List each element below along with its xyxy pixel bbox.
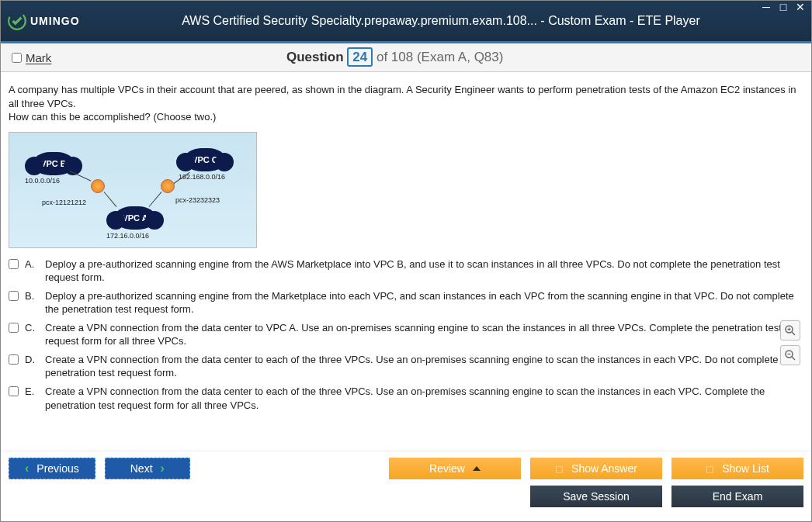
zoom-in-icon xyxy=(784,324,796,337)
options-list: A. Deploy a pre-authorized scanning engi… xyxy=(9,258,803,412)
show-list-button[interactable]: ◻ Show List xyxy=(671,458,803,479)
option-d[interactable]: D. Create a VPN connection from the data… xyxy=(9,353,803,380)
option-c-checkbox[interactable] xyxy=(9,323,19,333)
zoom-out-icon xyxy=(784,349,796,361)
option-text: Create a VPN connection from the data ce… xyxy=(45,385,803,412)
option-c[interactable]: C. Create a VPN connection from the data… xyxy=(9,321,803,348)
save-session-button[interactable]: Save Session xyxy=(530,486,662,507)
pcx1-label: pcx-12121212 xyxy=(42,199,86,206)
window-title: AWS Certified Security Specialty.prepawa… xyxy=(147,14,805,28)
show-list-label: Show List xyxy=(722,462,769,475)
option-e[interactable]: E. Create a VPN connection from the data… xyxy=(9,385,803,412)
show-answer-button[interactable]: ◻ Show Answer xyxy=(530,458,662,479)
review-label: Review xyxy=(429,462,465,475)
chevron-right-icon: › xyxy=(161,462,165,475)
maximize-button[interactable]: □ xyxy=(777,2,789,13)
content-area: A company has multiple VPCs in their acc… xyxy=(1,72,811,451)
question-of: of 108 (Exam A, Q83) xyxy=(377,50,503,64)
vpc-diagram: VPC B 10.0.0.0/16 VPC C 192.168.0.0/16 V… xyxy=(9,132,257,248)
router-icon xyxy=(161,179,175,193)
mark-checkbox[interactable]: Mark xyxy=(12,51,51,64)
question-label: Question xyxy=(286,50,344,64)
previous-label: Previous xyxy=(36,462,78,475)
mark-checkbox-input[interactable] xyxy=(12,53,22,63)
chevron-left-icon: ‹ xyxy=(25,462,29,475)
option-text: Create a VPN connection from the data ce… xyxy=(45,353,803,380)
logo-check-icon xyxy=(7,11,27,31)
vpc-a-cidr: 172.16.0.0/16 xyxy=(106,232,149,240)
question-text: A company has multiple VPCs in their acc… xyxy=(9,83,803,124)
question-bar: Mark Question 24 of 108 (Exam A, Q83) xyxy=(1,43,811,72)
pcx2-label: pcx-23232323 xyxy=(175,196,220,204)
vpc-c-cloud: VPC C xyxy=(184,148,226,171)
square-icon: ◻ xyxy=(555,463,564,475)
next-button[interactable]: Next › xyxy=(105,458,190,479)
review-button[interactable]: Review xyxy=(389,458,521,479)
option-letter: E. xyxy=(25,385,39,399)
option-letter: A. xyxy=(25,258,39,271)
vpc-b-cidr: 10.0.0.0/16 xyxy=(25,177,60,185)
end-exam-button[interactable]: End Exam xyxy=(671,486,803,507)
vpc-b-cloud: VPC B xyxy=(33,152,75,175)
option-letter: B. xyxy=(25,289,39,303)
vpc-a-cloud: VPC A xyxy=(114,206,156,230)
option-text: Deploy a pre-authorized scanning engine … xyxy=(45,289,803,316)
option-b-checkbox[interactable] xyxy=(9,291,19,301)
option-letter: C. xyxy=(25,321,39,335)
minimize-button[interactable]: ─ xyxy=(760,2,772,13)
option-d-checkbox[interactable] xyxy=(9,354,19,365)
zoom-in-button[interactable] xyxy=(780,320,800,341)
option-b[interactable]: B. Deploy a pre-authorized scanning engi… xyxy=(9,289,803,316)
save-session-label: Save Session xyxy=(563,490,630,503)
option-text: Deploy a pre-authorized scanning engine … xyxy=(45,258,803,285)
logo: UMINGO xyxy=(7,11,147,31)
mark-label-text: Mark xyxy=(26,51,51,64)
logo-text: UMINGO xyxy=(30,15,80,27)
question-line1: A company has multiple VPCs in their acc… xyxy=(9,84,796,109)
svg-line-2 xyxy=(792,332,795,335)
router-icon xyxy=(91,179,105,193)
end-exam-label: End Exam xyxy=(713,490,763,503)
option-a[interactable]: A. Deploy a pre-authorized scanning engi… xyxy=(9,258,803,285)
square-icon: ◻ xyxy=(706,463,714,475)
option-a-checkbox[interactable] xyxy=(9,259,19,269)
question-line2: How can this be accomplished? (Choose tw… xyxy=(9,111,216,123)
option-letter: D. xyxy=(25,353,39,367)
svg-line-6 xyxy=(792,357,795,360)
titlebar: UMINGO AWS Certified Security Specialty.… xyxy=(1,1,811,41)
show-answer-label: Show Answer xyxy=(571,462,637,475)
question-number: 24 xyxy=(347,47,373,67)
option-e-checkbox[interactable] xyxy=(9,386,19,396)
close-button[interactable]: ✕ xyxy=(794,2,807,13)
previous-button[interactable]: ‹ Previous xyxy=(9,458,95,479)
footer: ‹ Previous Next › Review ◻ Show Answer ◻… xyxy=(1,451,811,521)
zoom-out-button[interactable] xyxy=(780,345,800,365)
option-text: Create a VPN connection from the data ce… xyxy=(45,321,803,348)
question-indicator: Question 24 of 108 (Exam A, Q83) xyxy=(51,50,738,65)
next-label: Next xyxy=(130,462,153,475)
triangle-up-icon xyxy=(473,466,481,471)
